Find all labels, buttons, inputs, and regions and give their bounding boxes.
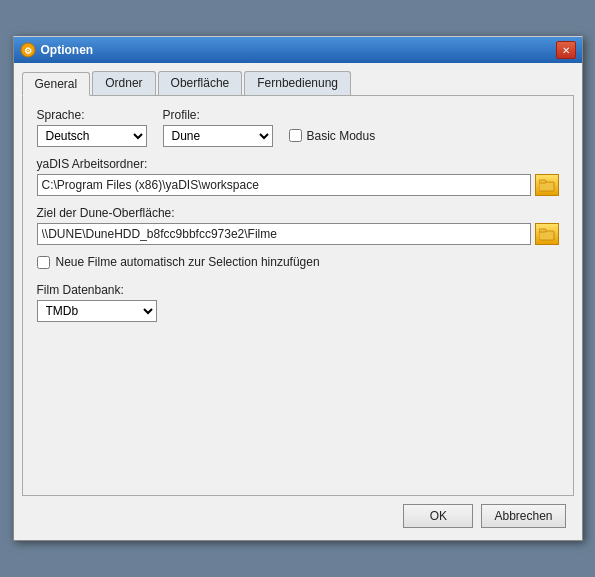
app-icon: ⚙ [20, 42, 36, 58]
title-bar-left: ⚙ Optionen [20, 42, 94, 58]
tab-general[interactable]: General [22, 72, 91, 96]
button-row: OK Abbrechen [22, 496, 574, 532]
yadis-label: yaDIS Arbeitsordner: [37, 157, 559, 171]
yadis-folder-button[interactable] [535, 174, 559, 196]
options-window: ⚙ Optionen ✕ General Ordner Oberfläche F… [13, 36, 583, 541]
basic-modus-checkbox[interactable] [289, 129, 302, 142]
tab-fernbedienung[interactable]: Fernbedienung [244, 71, 351, 95]
window-body: General Ordner Oberfläche Fernbedienung … [14, 63, 582, 540]
dune-section: Ziel der Dune-Oberfläche: [37, 206, 559, 245]
svg-rect-5 [539, 229, 546, 232]
top-row: Sprache: Deutsch English Français Profil… [37, 108, 559, 147]
sprache-select[interactable]: Deutsch English Français [37, 125, 147, 147]
profile-label: Profile: [163, 108, 273, 122]
film-db-group: Film Datenbank: TMDb IMDb [37, 283, 559, 322]
neue-filme-checkbox[interactable] [37, 256, 50, 269]
dune-input[interactable] [37, 223, 531, 245]
tab-bar: General Ordner Oberfläche Fernbedienung [22, 71, 574, 96]
tab-oberflaeche[interactable]: Oberfläche [158, 71, 243, 95]
folder-icon-2 [539, 227, 555, 241]
folder-icon [539, 178, 555, 192]
close-button[interactable]: ✕ [556, 41, 576, 59]
tab-ordner[interactable]: Ordner [92, 71, 155, 95]
yadis-field-row [37, 174, 559, 196]
tab-content-general: Sprache: Deutsch English Français Profil… [22, 96, 574, 496]
dune-label: Ziel der Dune-Oberfläche: [37, 206, 559, 220]
basic-modus-label: Basic Modus [307, 129, 376, 143]
title-bar: ⚙ Optionen ✕ [14, 37, 582, 63]
profile-select[interactable]: Dune [163, 125, 273, 147]
yadis-section: yaDIS Arbeitsordner: [37, 157, 559, 196]
sprache-group: Sprache: Deutsch English Français [37, 108, 147, 147]
dune-folder-button[interactable] [535, 223, 559, 245]
film-db-select[interactable]: TMDb IMDb [37, 300, 157, 322]
sprache-label: Sprache: [37, 108, 147, 122]
profile-group: Profile: Dune [163, 108, 273, 147]
neue-filme-label: Neue Filme automatisch zur Selection hin… [56, 255, 320, 269]
neue-filme-row: Neue Filme automatisch zur Selection hin… [37, 255, 559, 269]
window-title: Optionen [41, 43, 94, 57]
cancel-button[interactable]: Abbrechen [481, 504, 565, 528]
yadis-input[interactable] [37, 174, 531, 196]
svg-rect-3 [539, 180, 546, 183]
film-db-label: Film Datenbank: [37, 283, 559, 297]
svg-text:⚙: ⚙ [24, 46, 32, 56]
basic-modus-group: Basic Modus [289, 129, 376, 143]
ok-button[interactable]: OK [403, 504, 473, 528]
dune-field-row [37, 223, 559, 245]
